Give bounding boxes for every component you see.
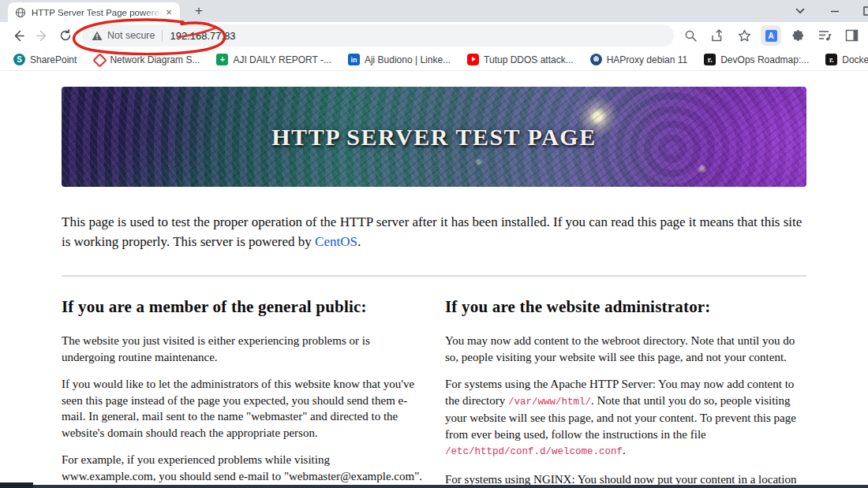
bookmark-item-sharepoint[interactable]: S SharePoint [8,52,82,67]
not-secure-warning-icon [92,31,103,41]
bookmark-item-haproxy[interactable]: HAProxy debian 11 [585,52,694,67]
omnibox-divider [162,30,163,41]
admin-p1: You may now add content to the webroot d… [445,333,806,365]
diagram-icon [93,54,105,65]
welcome-conf-path: /etc/httpd/conf.d/welcome.conf [445,446,623,457]
roadmap-icon: r. [825,54,837,65]
public-heading: If you are a member of the general publi… [62,297,423,317]
bookmark-item-network-diagram[interactable]: Network Diagram S... [88,52,205,67]
back-button[interactable] [8,25,28,46]
linkedin-icon: in [348,54,360,65]
forward-button[interactable] [32,25,52,46]
browser-window: HTTP Server Test Page powered × + Not se… [0,0,868,488]
taskbar-edge [0,485,868,488]
page-title: HTTP SERVER TEST PAGE [62,87,806,187]
search-icon[interactable] [680,25,701,46]
media-controls-icon[interactable] [814,25,835,46]
side-panel-icon[interactable] [841,25,862,46]
admin-heading: If you are the website administrator: [445,297,806,317]
address-bar[interactable]: Not secure 192.168.77.83 [82,24,674,47]
bookmark-item-linkedin[interactable]: in Aji Budiono | Linke... [342,52,456,67]
reload-button[interactable] [55,25,76,46]
google-sheets-icon: + [216,54,228,65]
public-p2: If you would like to let the administrat… [62,376,423,441]
translate-extension-icon[interactable]: A [761,25,781,46]
maximize-button[interactable] [862,4,868,18]
haproxy-icon [590,54,602,65]
centos-link[interactable]: CentOS [315,234,357,249]
page-content: HTTP SERVER TEST PAGE This page is used … [0,71,868,488]
minimize-button[interactable] [828,4,842,18]
sharepoint-icon: S [13,54,25,65]
security-label[interactable]: Not secure [107,30,155,41]
test-page-banner: HTTP SERVER TEST PAGE [62,87,806,187]
bookmarks-bar: S SharePoint Network Diagram S... + AJI … [0,49,868,71]
browser-tab[interactable]: HTTP Server Test Page powered × [8,2,180,22]
website-admin-section: If you are the website administrator: Yo… [445,297,806,488]
intro-paragraph: This page is used to test the proper ope… [62,212,806,251]
bookmark-item-aji-daily-report[interactable]: + AJI DAILY REPORT -... [211,52,336,67]
roadmap-icon: r. [704,54,716,65]
public-p1: The website you just visited is either e… [62,333,423,365]
general-public-section: If you are a member of the general publi… [62,297,423,488]
taskbar-corner [0,482,33,488]
youtube-icon [467,54,479,65]
admin-p2: For systems using the Apache HTTP Server… [445,376,806,460]
tab-strip: HTTP Server Test Page powered × + [0,0,868,22]
public-p3: For example, if you experienced problems… [62,452,423,484]
globe-icon [15,7,26,18]
bookmark-star-icon[interactable] [734,25,754,46]
share-icon[interactable] [707,25,728,46]
browser-toolbar: Not secure 192.168.77.83 A [0,22,868,49]
divider [62,275,806,277]
tab-close-icon[interactable]: × [163,6,175,19]
new-tab-button[interactable]: + [191,3,207,19]
bookmark-item-youtube[interactable]: Tutup DDOS attack... [462,52,579,67]
apache-webroot-path: /var/www/html/ [508,397,591,408]
bookmark-item-docker-roadmap[interactable]: r. Docker Roadmap -... [820,52,868,67]
bookmark-item-devops-roadmap[interactable]: r. DevOps Roadmap:... [698,52,814,67]
url-text[interactable]: 192.168.77.83 [170,30,235,42]
chevron-down-icon[interactable] [793,4,807,18]
tab-title: HTTP Server Test Page powered [32,8,163,17]
extensions-puzzle-icon[interactable] [788,25,808,46]
